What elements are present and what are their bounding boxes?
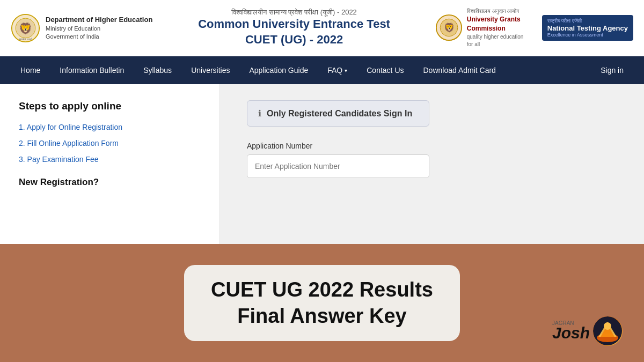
ugc-logo-block: 🦁 विश्वविद्यालय अनुदान आयोग University G… <box>436 8 531 48</box>
step-2-link[interactable]: 2. Fill Online Application Form <box>19 139 119 147</box>
header-logos: 🦁 विश्वविद्यालय अनुदान आयोग University G… <box>436 8 633 48</box>
nav-contact-us[interactable]: Contact Us <box>357 56 413 84</box>
svg-text:🦁: 🦁 <box>443 22 455 33</box>
svg-text:🦁: 🦁 <box>19 21 33 34</box>
step-3-link[interactable]: 3. Pay Examination Fee <box>19 155 99 164</box>
josh-label: Josh <box>552 324 590 342</box>
results-banner: CUET UG 2022 Results Final Answer Key JA… <box>0 244 644 362</box>
main-navbar: Home Information Bulletin Syllabus Unive… <box>0 56 644 84</box>
site-header: 🦁 सत्यमेव जयते Department of Higher Educ… <box>0 0 644 56</box>
results-title: CUET UG 2022 Results Final Answer Key <box>211 277 433 330</box>
hindi-title: विश्वविद्यालयीन सामान्य प्रवेश परीक्षा (… <box>152 8 435 17</box>
nta-hindi: राष्ट्रीय परीक्षा एजेंसी <box>547 18 628 24</box>
step-item-3: 3. Pay Examination Fee <box>19 155 201 164</box>
nav-syllabus[interactable]: Syllabus <box>134 56 181 84</box>
dept-text-block: Department of Higher Education Ministry … <box>46 15 152 41</box>
ugc-emblem-icon: 🦁 <box>436 14 463 41</box>
nav-application-guide[interactable]: Application Guide <box>239 56 318 84</box>
nta-name: National Testing Agency <box>547 24 628 32</box>
step-item-1: 1. Apply for Online Registration <box>19 123 201 131</box>
nta-logo-block: राष्ट्रीय परीक्षा एजेंसी National Testin… <box>542 15 633 41</box>
faq-dropdown-icon: ▾ <box>345 68 347 73</box>
josh-logo-icon <box>593 316 623 346</box>
header-center: विश्वविद्यालयीन सामान्य प्रवेश परीक्षा (… <box>152 8 435 47</box>
india-emblem-icon: 🦁 सत्यमेव जयते <box>11 13 40 43</box>
step-1-link[interactable]: 1. Apply for Online Registration <box>19 123 122 131</box>
sign-in-notice-text: Only Registered Candidates Sign In <box>267 109 412 119</box>
dept-name: Department of Higher Education <box>46 15 152 25</box>
new-registration-label: New Registration? <box>19 177 201 188</box>
results-card: CUET UG 2022 Results Final Answer Key <box>184 265 460 342</box>
info-icon: ℹ <box>258 108 261 119</box>
jagran-josh-logo: JAGRAN Josh <box>552 316 623 346</box>
nav-download-admit-card[interactable]: Download Admit Card <box>414 56 506 84</box>
ugc-tagline: quality higher education for all <box>467 33 531 48</box>
application-number-input[interactable] <box>247 154 429 178</box>
application-number-label: Application Number <box>247 142 312 150</box>
ugc-text-block: विश्वविद्यालय अनुदान आयोग University Gra… <box>467 8 531 48</box>
svg-point-11 <box>604 322 611 330</box>
cuet-title-main: Common University Entrance Test CUET (UG… <box>152 17 435 47</box>
dept-ministry: Ministry of Education <box>46 25 152 33</box>
nav-faq[interactable]: FAQ ▾ <box>318 56 357 84</box>
nav-information-bulletin[interactable]: Information Bulletin <box>50 56 134 84</box>
nav-home[interactable]: Home <box>11 56 50 84</box>
svg-text:सत्यमेव जयते: सत्यमेव जयते <box>18 38 32 41</box>
steps-title: Steps to apply online <box>19 100 201 112</box>
step-item-2: 2. Fill Online Application Form <box>19 139 201 147</box>
nav-sign-in[interactable]: Sign in <box>591 56 633 84</box>
nta-tagline: Excellence in Assessment <box>547 32 628 38</box>
ugc-hindi: विश्वविद्यालय अनुदान आयोग <box>467 8 531 15</box>
dept-info-section: 🦁 सत्यमेव जयते Department of Higher Educ… <box>11 13 152 43</box>
dept-govt: Government of India <box>46 33 152 41</box>
nav-universities[interactable]: Universities <box>181 56 239 84</box>
sign-in-notice-box: ℹ Only Registered Candidates Sign In <box>247 100 429 127</box>
ugc-name: University Grants Commission <box>467 15 531 33</box>
